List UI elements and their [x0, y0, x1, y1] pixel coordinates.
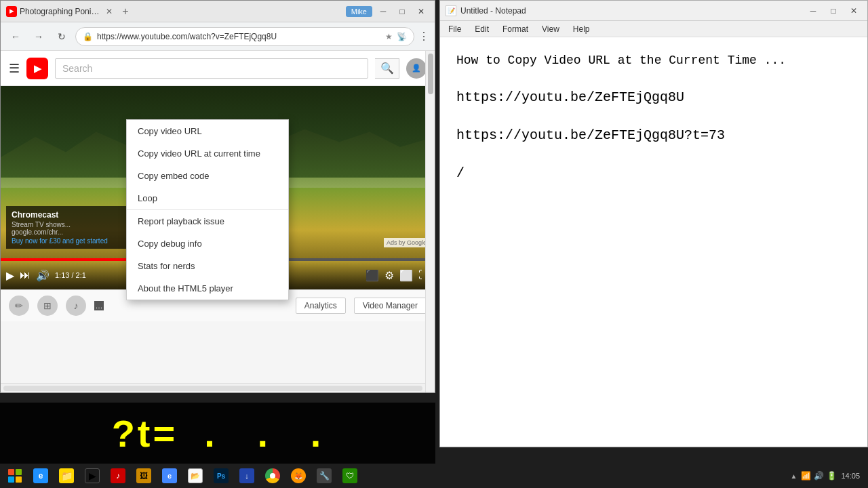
mediaplayer-icon: ▶ [85, 468, 100, 483]
start-icon [8, 469, 22, 483]
taskbar-tools[interactable]: 🔧 [312, 464, 336, 488]
context-menu: Copy video URL Copy video URL at current… [126, 119, 289, 300]
notepad-file-menu[interactable]: File [443, 23, 467, 35]
ie-icon: e [33, 468, 48, 483]
new-tab-button[interactable]: + [117, 3, 134, 20]
ctx-report-playback[interactable]: Report playback issue [127, 210, 288, 232]
ad-sub2: google.com/chr... [12, 228, 136, 236]
chrome-icon [265, 468, 280, 483]
browser-titlebar: ▶ Photographing Ponies fr ✕ + Mike ─ □ ✕ [1, 1, 435, 22]
video-manager-button[interactable]: Video Manager [354, 298, 427, 314]
horizontal-scrollbar[interactable] [1, 383, 425, 392]
notepad-url1: https://youtu.be/ZeFTEjQgq8U [456, 87, 851, 108]
taskbar-tray: ▲ 📶 🔊 🔋 14:05 [791, 471, 865, 481]
ad-cta[interactable]: Buy now for £30 and get started [12, 237, 136, 245]
browser-tab-title[interactable]: Photographing Ponies fr [20, 7, 101, 16]
notepad-minimize-button[interactable]: ─ [805, 3, 821, 19]
tray-expand-button[interactable]: ▲ [791, 472, 797, 480]
tray-network-icon: 📶 [801, 471, 811, 481]
notepad-icon: 📝 [446, 5, 456, 16]
downloads-icon: ↓ [239, 468, 254, 483]
analytics-button[interactable]: Analytics [296, 298, 346, 314]
taskbar-photoshop[interactable]: Ps [209, 464, 233, 488]
ad-sub1: Stream TV shows... [12, 221, 136, 228]
creator-icon: ✏ [9, 296, 29, 316]
notepad-menubar: File Edit Format View Help [440, 21, 867, 37]
taskbar-pictures[interactable]: 🖼 [132, 464, 156, 488]
back-button[interactable]: ← [6, 27, 25, 46]
close-button[interactable]: ✕ [413, 3, 429, 20]
enhance-icon: ⊞ [37, 296, 58, 316]
volume-button[interactable]: 🔊 [36, 269, 50, 282]
notepad-slash: / [456, 163, 851, 184]
ctx-about-html5-player[interactable]: About the HTML5 player [127, 277, 288, 300]
browser-icon-1: e [162, 468, 177, 483]
notification-area: 📶 🔊 🔋 [801, 471, 837, 481]
h-scroll-track [3, 386, 422, 391]
tab-close-button[interactable]: ✕ [104, 6, 115, 17]
tools-icon: 🔧 [317, 468, 332, 483]
overlay-text: ?t= . . . [112, 411, 324, 455]
notepad-format-menu[interactable]: Format [497, 23, 534, 35]
taskbar-folder[interactable]: 📁 [54, 464, 79, 488]
play-button[interactable]: ▶ [6, 269, 14, 282]
theatre-button[interactable]: ⬜ [399, 269, 413, 282]
ctx-stats-for-nerds[interactable]: Stats for nerds [127, 255, 288, 277]
user-badge: Mike [346, 6, 372, 17]
forward-button[interactable]: → [29, 27, 48, 46]
notepad-content-area[interactable]: How to Copy Video URL at the Current Tim… [440, 37, 867, 447]
refresh-button[interactable]: ↻ [52, 27, 71, 46]
security-icon: 🛡 [342, 468, 357, 483]
taskbar-security[interactable]: 🛡 [338, 464, 362, 488]
minimize-button[interactable]: ─ [375, 3, 391, 20]
tray-battery-icon: 🔋 [827, 471, 837, 481]
ctx-loop[interactable]: Loop [127, 187, 288, 209]
explorer-icon: 📂 [188, 468, 203, 483]
yt-menu-icon[interactable]: ☰ [9, 61, 20, 76]
user-avatar[interactable]: 👤 [406, 58, 427, 79]
taskbar-mediaplayer[interactable]: ▶ [80, 464, 104, 488]
skip-button[interactable]: ⏭ [20, 269, 31, 281]
notepad-edit-menu[interactable]: Edit [469, 23, 494, 35]
ad-overlay: Chromecast Stream TV shows... google.com… [6, 206, 142, 249]
taskbar-downloads[interactable]: ↓ [235, 464, 259, 488]
vertical-scrollbar[interactable] [425, 51, 435, 392]
notepad-window: 📝 Untitled - Notepad ─ □ ✕ File Edit For… [439, 0, 868, 447]
scroll-thumb[interactable] [428, 54, 433, 94]
taskbar-explorer[interactable]: 📂 [183, 464, 208, 488]
taskbar-chrome[interactable] [260, 464, 285, 488]
notepad-help-menu[interactable]: Help [568, 23, 595, 35]
pictures-icon: 🖼 [136, 468, 151, 483]
more-icon: … [94, 301, 104, 310]
subtitles-button[interactable]: ⬛ [366, 269, 379, 282]
taskbar-browser[interactable]: e [157, 464, 182, 488]
firefox-icon: 🦊 [291, 468, 306, 483]
ctx-copy-video-url-current-time[interactable]: Copy video URL at current time [127, 142, 288, 165]
ctx-copy-video-url[interactable]: Copy video URL [127, 120, 288, 142]
yt-search-button[interactable]: 🔍 [375, 58, 399, 79]
taskbar-ie[interactable]: e [28, 464, 53, 488]
music-icon: ♪ [66, 296, 86, 316]
yt-search-bar[interactable]: Search [55, 58, 368, 79]
taskbar-clock: 14:05 [841, 472, 860, 480]
ctx-copy-embed-code[interactable]: Copy embed code [127, 165, 288, 187]
taskbar-firefox[interactable]: 🦊 [286, 464, 311, 488]
bottom-overlay: ?t= . . . [0, 403, 435, 464]
youtube-favicon-tab: ▶ [6, 6, 17, 17]
video-right-controls: ⬛ ⚙ ⬜ ⛶ [366, 269, 429, 282]
yt-logo[interactable]: ▶ [26, 58, 48, 79]
ad-title: Chromecast [12, 210, 136, 220]
tray-volume-icon: 🔊 [814, 471, 824, 481]
notepad-view-menu[interactable]: View [536, 23, 565, 35]
more-options-button[interactable]: ⋮ [418, 30, 429, 43]
taskbar: e 📁 ▶ ♪ 🖼 e 📂 Ps ↓ 🦊 🔧 🛡 ▲ 📶 [0, 464, 868, 488]
address-bar[interactable]: 🔒 https://www.youtube.com/watch?v=ZeFTEj… [75, 27, 414, 46]
settings-button[interactable]: ⚙ [384, 269, 394, 282]
taskbar-music[interactable]: ♪ [106, 464, 130, 488]
maximize-button[interactable]: □ [394, 3, 410, 20]
ctx-copy-debug-info[interactable]: Copy debug info [127, 232, 288, 255]
start-button[interactable] [3, 464, 27, 488]
notepad-maximize-button[interactable]: □ [825, 3, 842, 19]
video-time: 1:13 / 2:1 [55, 271, 86, 279]
notepad-close-button[interactable]: ✕ [846, 3, 862, 19]
